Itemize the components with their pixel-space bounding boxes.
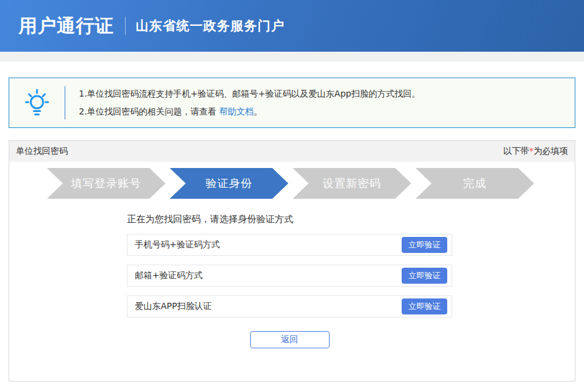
required-asterisk: * bbox=[529, 146, 533, 156]
option-row-phone: 手机号码+验证码方式 立即验证 bbox=[127, 234, 452, 256]
step-fill-account: 填写登录账号 bbox=[47, 168, 166, 199]
back-button-wrap: 返回 bbox=[127, 331, 452, 348]
required-note: 以下带*为必填项 bbox=[503, 146, 568, 157]
header-bottom-strip bbox=[0, 52, 584, 62]
step-set-new-password: 设置新密码 bbox=[293, 168, 412, 199]
notice-line-2-suffix: 。 bbox=[254, 106, 262, 116]
brand-title: 用户通行证 bbox=[18, 14, 114, 39]
notice-box: 1.单位找回密码流程支持手机+验证码、邮箱号+验证码以及爱山东App扫脸的方式找… bbox=[9, 78, 575, 128]
notice-line-2: 2.单位找回密码的相关问题，请查看 帮助文档。 bbox=[79, 103, 420, 121]
help-doc-link[interactable]: 帮助文档 bbox=[219, 106, 254, 116]
option-label-app-face-scan: 爱山东APP扫脸认证 bbox=[135, 301, 211, 312]
panel-titlebar: 单位找回密码 以下带*为必填项 bbox=[9, 141, 575, 162]
option-label-email: 邮箱+验证码方式 bbox=[135, 270, 203, 281]
verify-now-button-app-face-scan[interactable]: 立即验证 bbox=[402, 298, 447, 314]
portal-title: 山东省统一政务服务门户 bbox=[136, 17, 285, 34]
required-note-prefix: 以下带 bbox=[503, 146, 529, 156]
verify-now-button-email[interactable]: 立即验证 bbox=[402, 268, 447, 284]
notice-line-1: 1.单位找回密码流程支持手机+验证码、邮箱号+验证码以及爱山东App扫脸的方式找… bbox=[79, 85, 420, 103]
step-progress-bar: 填写登录账号 验证身份 设置新密码 完成 bbox=[47, 168, 534, 199]
header-divider bbox=[125, 17, 126, 35]
required-note-suffix: 为必填项 bbox=[533, 146, 568, 156]
panel-title: 单位找回密码 bbox=[16, 146, 68, 157]
header-banner: 用户通行证 山东省统一政务服务门户 bbox=[0, 0, 584, 52]
tip-lightbulb-icon bbox=[9, 87, 65, 118]
option-row-app-face-scan: 爱山东APP扫脸认证 立即验证 bbox=[127, 295, 452, 318]
step-verify-identity: 验证身份 bbox=[170, 168, 289, 199]
instruction-text: 正在为您找回密码，请选择身份验证方式 bbox=[127, 214, 452, 225]
option-label-phone: 手机号码+验证码方式 bbox=[135, 239, 220, 250]
option-row-email: 邮箱+验证码方式 立即验证 bbox=[127, 265, 452, 287]
notice-line-2-text: 2.单位找回密码的相关问题，请查看 bbox=[79, 106, 219, 116]
notice-text: 1.单位找回密码流程支持手机+验证码、邮箱号+验证码以及爱山东App扫脸的方式找… bbox=[65, 85, 420, 121]
back-button[interactable]: 返回 bbox=[250, 331, 330, 348]
step-complete: 完成 bbox=[416, 168, 535, 199]
content-column: 正在为您找回密码，请选择身份验证方式 手机号码+验证码方式 立即验证 邮箱+验证… bbox=[127, 214, 452, 348]
recover-password-panel: 单位找回密码 以下带*为必填项 填写登录账号 验证身份 设置新密码 完成 正在为… bbox=[9, 140, 575, 382]
verify-now-button-phone[interactable]: 立即验证 bbox=[402, 237, 447, 253]
